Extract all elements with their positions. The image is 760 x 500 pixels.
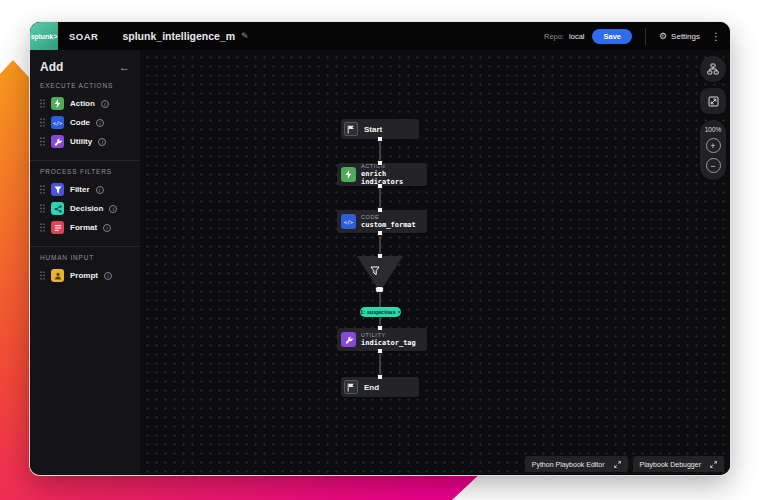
palette-item-filter[interactable]: Filter i: [40, 180, 130, 199]
auto-layout-button[interactable]: [700, 56, 726, 82]
zoom-controls: 100% + −: [700, 120, 726, 180]
palette-item-label: Action: [70, 99, 95, 108]
flag-icon: [344, 380, 358, 394]
add-panel: Add ← EXECUTE ACTIONS Action i </>: [30, 50, 140, 475]
info-icon[interactable]: i: [103, 224, 111, 232]
connector-port[interactable]: [377, 160, 383, 166]
collapse-panel-icon[interactable]: ←: [119, 61, 130, 73]
palette-item-code[interactable]: </> Code i: [40, 113, 130, 132]
connector-port[interactable]: [377, 183, 383, 189]
expand-icon: [614, 461, 621, 468]
connector-port[interactable]: [377, 348, 383, 354]
topbar-divider: [645, 28, 646, 45]
filter-condition-pill[interactable]: 1: suspicious ×: [360, 307, 401, 317]
playbook-title-wrap: splunk_intelligence_m ✎: [122, 30, 248, 42]
action-icon: [51, 97, 64, 110]
node-end[interactable]: End: [341, 377, 419, 397]
playbook-title: splunk_intelligence_m: [122, 30, 235, 42]
node-name: indicator_tag: [361, 339, 416, 347]
drag-handle-icon[interactable]: [40, 271, 45, 280]
fit-to-screen-button[interactable]: [700, 88, 726, 114]
info-icon[interactable]: i: [109, 205, 117, 213]
connector-port[interactable]: [377, 374, 383, 380]
zoom-out-button[interactable]: −: [706, 158, 721, 173]
action-icon: [341, 167, 356, 182]
repo-label: Repo:: [544, 32, 564, 41]
decision-icon: [51, 202, 64, 215]
product-label: SOAR: [69, 31, 98, 42]
connector-port[interactable]: [377, 253, 383, 259]
palette-item-label: Code: [70, 118, 90, 127]
info-icon[interactable]: i: [96, 119, 104, 127]
drag-handle-icon[interactable]: [40, 118, 45, 127]
palette-item-utility[interactable]: Utility i: [40, 132, 130, 151]
filter-icon: [51, 183, 64, 196]
palette-item-label: Prompt: [70, 271, 98, 280]
node-name: custom_format: [361, 221, 416, 229]
close-icon: ×: [397, 309, 400, 315]
palette-item-action[interactable]: Action i: [40, 94, 130, 113]
drag-handle-icon[interactable]: [40, 99, 45, 108]
utility-icon: [51, 135, 64, 148]
python-playbook-editor-button[interactable]: Python Playbook Editor: [525, 456, 628, 472]
connector-port[interactable]: [377, 207, 383, 213]
footer-tabs: Python Playbook Editor Playbook Debugger: [525, 456, 724, 472]
drag-handle-icon[interactable]: [40, 223, 45, 232]
palette-item-label: Decision: [70, 204, 103, 213]
playbook-debugger-button[interactable]: Playbook Debugger: [633, 456, 725, 472]
expand-icon: [710, 461, 717, 468]
playbook-canvas[interactable]: Start ACTION enrich indicators: [140, 50, 730, 475]
connector-port[interactable]: [375, 286, 384, 293]
canvas-controls: 100% + −: [700, 56, 726, 180]
palette-item-label: Format: [70, 223, 97, 232]
add-panel-title: Add: [40, 60, 63, 74]
settings-label: Settings: [671, 32, 700, 41]
palette-item-label: Filter: [70, 185, 90, 194]
info-icon[interactable]: i: [96, 186, 104, 194]
palette-item-format[interactable]: Format i: [40, 218, 130, 237]
drag-handle-icon[interactable]: [40, 137, 45, 146]
settings-button[interactable]: ⚙ Settings: [659, 31, 700, 41]
prompt-icon: [51, 269, 64, 282]
drag-handle-icon[interactable]: [40, 185, 45, 194]
info-icon[interactable]: i: [101, 100, 109, 108]
flag-icon: [344, 122, 358, 136]
node-name: enrich indicators: [361, 170, 427, 186]
edit-title-icon[interactable]: ✎: [241, 31, 249, 41]
code-icon: </>: [51, 116, 64, 129]
section-process-filters: PROCESS FILTERS: [40, 168, 130, 175]
gear-icon: ⚙: [659, 31, 667, 41]
app-window: splunk> SOAR splunk_intelligence_m ✎ Rep…: [30, 22, 730, 475]
code-icon: </>: [341, 214, 356, 229]
splunk-logo-text: splunk>: [31, 33, 58, 40]
fit-to-screen-icon: [708, 96, 719, 107]
connector-port[interactable]: [377, 325, 383, 331]
zoom-in-button[interactable]: +: [706, 138, 721, 153]
repo-value: local: [569, 32, 584, 41]
utility-icon: [341, 332, 356, 347]
palette-item-prompt[interactable]: Prompt i: [40, 266, 130, 285]
node-label: Start: [364, 125, 382, 134]
zoom-level: 100%: [705, 126, 722, 133]
connector-port[interactable]: [377, 136, 383, 142]
save-button[interactable]: Save: [592, 29, 632, 44]
section-human-input: HUMAN INPUT: [40, 254, 130, 261]
section-divider: [30, 160, 140, 161]
palette-item-decision[interactable]: Decision i: [40, 199, 130, 218]
connector-port[interactable]: [377, 230, 383, 236]
info-icon[interactable]: i: [98, 138, 106, 146]
top-bar-right: Repo: local Save ⚙ Settings ⋮: [544, 28, 730, 45]
top-bar: splunk> SOAR splunk_intelligence_m ✎ Rep…: [30, 22, 730, 50]
splunk-logo[interactable]: splunk>: [30, 22, 58, 50]
kebab-menu-icon[interactable]: ⋮: [711, 31, 721, 42]
sitemap-icon: [707, 63, 719, 75]
node-label: End: [364, 383, 379, 392]
info-icon[interactable]: i: [104, 272, 112, 280]
palette-item-label: Utility: [70, 137, 92, 146]
condition-label: 1: suspicious: [360, 309, 395, 315]
section-execute-actions: EXECUTE ACTIONS: [40, 82, 130, 89]
format-icon: [51, 221, 64, 234]
drag-handle-icon[interactable]: [40, 204, 45, 213]
stage: splunk> SOAR splunk_intelligence_m ✎ Rep…: [0, 0, 760, 500]
funnel-icon: [375, 262, 385, 280]
